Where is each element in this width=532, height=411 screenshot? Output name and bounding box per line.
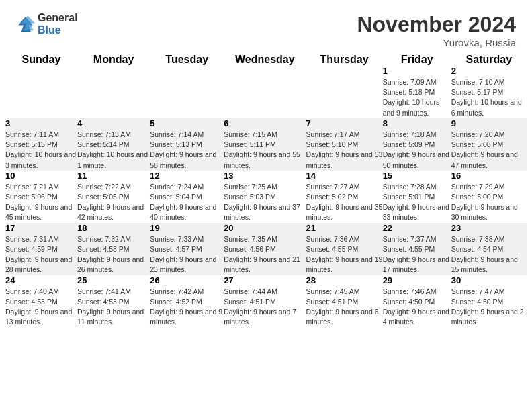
calendar-cell [224, 66, 306, 118]
day-number: 5 [150, 118, 224, 128]
calendar-header-tuesday: Tuesday [150, 54, 224, 66]
day-number: 6 [224, 118, 306, 128]
day-info: Sunrise: 7:41 AM Sunset: 4:53 PM Dayligh… [77, 287, 150, 328]
day-info: Sunrise: 7:44 AM Sunset: 4:51 PM Dayligh… [224, 287, 306, 328]
day-number: 29 [383, 275, 451, 285]
day-info: Sunrise: 7:46 AM Sunset: 4:50 PM Dayligh… [383, 287, 451, 328]
day-number: 16 [451, 171, 527, 181]
page-header: General Blue November 2024 Yurovka, Russ… [0, 0, 532, 54]
day-number: 25 [77, 275, 150, 285]
logo: General Blue [16, 12, 78, 36]
calendar-cell: 5Sunrise: 7:14 AM Sunset: 5:13 PM Daylig… [150, 118, 224, 171]
day-number: 2 [451, 66, 527, 76]
day-number: 24 [5, 275, 77, 285]
calendar-cell: 1Sunrise: 7:09 AM Sunset: 5:18 PM Daylig… [383, 66, 451, 118]
calendar-cell: 23Sunrise: 7:38 AM Sunset: 4:54 PM Dayli… [451, 223, 527, 275]
calendar-cell: 26Sunrise: 7:42 AM Sunset: 4:52 PM Dayli… [150, 275, 224, 328]
day-info: Sunrise: 7:42 AM Sunset: 4:52 PM Dayligh… [150, 287, 224, 328]
day-number: 23 [451, 223, 527, 233]
day-number: 4 [77, 118, 150, 128]
day-number: 21 [306, 223, 383, 233]
day-info: Sunrise: 7:47 AM Sunset: 4:50 PM Dayligh… [451, 287, 527, 328]
day-number: 22 [383, 223, 451, 233]
calendar-cell: 12Sunrise: 7:24 AM Sunset: 5:04 PM Dayli… [150, 171, 224, 223]
calendar-cell: 24Sunrise: 7:40 AM Sunset: 4:53 PM Dayli… [5, 275, 77, 328]
calendar-cell: 22Sunrise: 7:37 AM Sunset: 4:55 PM Dayli… [383, 223, 451, 275]
day-info: Sunrise: 7:28 AM Sunset: 5:01 PM Dayligh… [383, 182, 451, 223]
day-info: Sunrise: 7:11 AM Sunset: 5:15 PM Dayligh… [5, 130, 77, 171]
calendar-cell: 18Sunrise: 7:32 AM Sunset: 4:58 PM Dayli… [77, 223, 150, 275]
day-number: 12 [150, 171, 224, 181]
day-info: Sunrise: 7:37 AM Sunset: 4:55 PM Dayligh… [383, 234, 451, 275]
day-number: 18 [77, 223, 150, 233]
day-number: 28 [306, 275, 383, 285]
calendar-header-friday: Friday [383, 54, 451, 66]
location: Yurovka, Russia [357, 37, 516, 48]
calendar-row-0: 1Sunrise: 7:09 AM Sunset: 5:18 PM Daylig… [5, 66, 527, 118]
calendar-cell: 30Sunrise: 7:47 AM Sunset: 4:50 PM Dayli… [451, 275, 527, 328]
day-info: Sunrise: 7:20 AM Sunset: 5:08 PM Dayligh… [451, 130, 527, 171]
day-info: Sunrise: 7:40 AM Sunset: 4:53 PM Dayligh… [5, 287, 77, 328]
calendar-cell: 13Sunrise: 7:25 AM Sunset: 5:03 PM Dayli… [224, 171, 306, 223]
calendar-wrapper: SundayMondayTuesdayWednesdayThursdayFrid… [0, 54, 532, 332]
day-info: Sunrise: 7:17 AM Sunset: 5:10 PM Dayligh… [306, 130, 383, 171]
day-number: 15 [383, 171, 451, 181]
day-number: 13 [224, 171, 306, 181]
day-number: 27 [224, 275, 306, 285]
day-number: 8 [383, 118, 451, 128]
day-info: Sunrise: 7:27 AM Sunset: 5:02 PM Dayligh… [306, 182, 383, 223]
calendar-row-3: 17Sunrise: 7:31 AM Sunset: 4:59 PM Dayli… [5, 223, 527, 275]
day-info: Sunrise: 7:29 AM Sunset: 5:00 PM Dayligh… [451, 182, 527, 223]
calendar-row-1: 3Sunrise: 7:11 AM Sunset: 5:15 PM Daylig… [5, 118, 527, 171]
calendar-cell: 16Sunrise: 7:29 AM Sunset: 5:00 PM Dayli… [451, 171, 527, 223]
calendar-cell: 17Sunrise: 7:31 AM Sunset: 4:59 PM Dayli… [5, 223, 77, 275]
calendar-cell: 8Sunrise: 7:18 AM Sunset: 5:09 PM Daylig… [383, 118, 451, 171]
day-number: 11 [77, 171, 150, 181]
calendar-cell [306, 66, 383, 118]
calendar-cell: 2Sunrise: 7:10 AM Sunset: 5:17 PM Daylig… [451, 66, 527, 118]
day-number: 10 [5, 171, 77, 181]
day-info: Sunrise: 7:38 AM Sunset: 4:54 PM Dayligh… [451, 234, 527, 275]
calendar-cell: 4Sunrise: 7:13 AM Sunset: 5:14 PM Daylig… [77, 118, 150, 171]
calendar-row-2: 10Sunrise: 7:21 AM Sunset: 5:06 PM Dayli… [5, 171, 527, 223]
day-info: Sunrise: 7:32 AM Sunset: 4:58 PM Dayligh… [77, 234, 150, 275]
day-info: Sunrise: 7:36 AM Sunset: 4:55 PM Dayligh… [306, 234, 383, 275]
calendar-cell: 15Sunrise: 7:28 AM Sunset: 5:01 PM Dayli… [383, 171, 451, 223]
calendar-cell: 3Sunrise: 7:11 AM Sunset: 5:15 PM Daylig… [5, 118, 77, 171]
logo-icon [16, 15, 35, 34]
day-info: Sunrise: 7:14 AM Sunset: 5:13 PM Dayligh… [150, 130, 224, 171]
day-number: 9 [451, 118, 527, 128]
month-title: November 2024 [357, 12, 516, 37]
day-number: 7 [306, 118, 383, 128]
day-info: Sunrise: 7:09 AM Sunset: 5:18 PM Dayligh… [383, 77, 451, 118]
day-number: 20 [224, 223, 306, 233]
calendar-header-thursday: Thursday [306, 54, 383, 66]
calendar-cell: 20Sunrise: 7:35 AM Sunset: 4:56 PM Dayli… [224, 223, 306, 275]
calendar-cell: 27Sunrise: 7:44 AM Sunset: 4:51 PM Dayli… [224, 275, 306, 328]
calendar-cell: 19Sunrise: 7:33 AM Sunset: 4:57 PM Dayli… [150, 223, 224, 275]
calendar-header-saturday: Saturday [451, 54, 527, 66]
day-info: Sunrise: 7:15 AM Sunset: 5:11 PM Dayligh… [224, 130, 306, 171]
logo-text: General Blue [38, 12, 78, 36]
calendar-cell: 21Sunrise: 7:36 AM Sunset: 4:55 PM Dayli… [306, 223, 383, 275]
day-info: Sunrise: 7:21 AM Sunset: 5:06 PM Dayligh… [5, 182, 77, 223]
day-info: Sunrise: 7:45 AM Sunset: 4:51 PM Dayligh… [306, 287, 383, 328]
calendar-header-row: SundayMondayTuesdayWednesdayThursdayFrid… [5, 54, 527, 66]
calendar-header-sunday: Sunday [5, 54, 77, 66]
calendar-cell: 10Sunrise: 7:21 AM Sunset: 5:06 PM Dayli… [5, 171, 77, 223]
day-info: Sunrise: 7:31 AM Sunset: 4:59 PM Dayligh… [5, 234, 77, 275]
day-number: 1 [383, 66, 451, 76]
calendar-cell [150, 66, 224, 118]
calendar-header-wednesday: Wednesday [224, 54, 306, 66]
calendar-cell [5, 66, 77, 118]
day-info: Sunrise: 7:10 AM Sunset: 5:17 PM Dayligh… [451, 77, 527, 118]
day-number: 19 [150, 223, 224, 233]
day-number: 14 [306, 171, 383, 181]
calendar-cell: 28Sunrise: 7:45 AM Sunset: 4:51 PM Dayli… [306, 275, 383, 328]
logo-blue: Blue [38, 24, 78, 36]
day-info: Sunrise: 7:25 AM Sunset: 5:03 PM Dayligh… [224, 182, 306, 223]
day-info: Sunrise: 7:33 AM Sunset: 4:57 PM Dayligh… [150, 234, 224, 275]
calendar-cell: 11Sunrise: 7:22 AM Sunset: 5:05 PM Dayli… [77, 171, 150, 223]
calendar-cell [77, 66, 150, 118]
title-area: November 2024 Yurovka, Russia [357, 12, 516, 48]
